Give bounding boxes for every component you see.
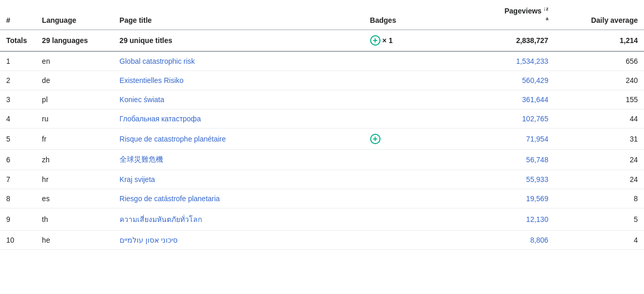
badge-icon: +	[370, 134, 380, 144]
row-num: 10	[0, 231, 36, 250]
row-daily-average: 8	[554, 189, 644, 208]
table-row: 9thความเสี่ยงมหันตภัยทั่วโลก12,1305	[0, 208, 644, 231]
row-badges	[364, 71, 459, 90]
row-num: 1	[0, 51, 36, 71]
row-pageviews: 1,534,233	[459, 51, 554, 71]
col-header-badges: Badges	[364, 0, 459, 30]
row-badges	[364, 150, 459, 170]
row-num: 3	[0, 90, 36, 109]
page-title-link[interactable]: Risque de catastrophe planétaire	[120, 135, 226, 143]
row-badges	[364, 231, 459, 250]
row-title[interactable]: Global catastrophic risk	[113, 51, 364, 71]
page-title-link[interactable]: Riesgo de catástrofe planetaria	[120, 194, 220, 203]
row-language: zh	[36, 150, 113, 170]
row-language: he	[36, 231, 113, 250]
row-title[interactable]: 全球災難危機	[113, 150, 364, 170]
page-title-link[interactable]: Koniec świata	[120, 95, 164, 104]
row-daily-average: 24	[554, 170, 644, 189]
row-pageviews: 361,644	[459, 90, 554, 109]
row-num: 6	[0, 150, 36, 170]
row-pageviews: 19,569	[459, 189, 554, 208]
row-badges	[364, 208, 459, 231]
table-row: 8esRiesgo de catástrofe planetaria19,569…	[0, 189, 644, 208]
row-pageviews: 102,765	[459, 109, 554, 129]
row-pageviews: 71,954	[459, 129, 554, 150]
totals-titles: 29 unique titles	[113, 30, 364, 52]
row-pageviews: 56,748	[459, 150, 554, 170]
totals-languages: 29 languages	[36, 30, 113, 52]
row-title[interactable]: Risque de catastrophe planétaire	[113, 129, 364, 150]
table-row: 4ruГлобальная катастрофа102,76544	[0, 109, 644, 129]
badge-count: × 1	[383, 36, 393, 45]
page-title-link[interactable]: 全球災難危機	[120, 155, 163, 163]
table-row: 5frRisque de catastrophe planétaire+71,9…	[0, 129, 644, 150]
col-header-pageviews[interactable]: Pageviews ↓za	[459, 0, 554, 30]
badge-plus-icon: +	[370, 35, 380, 46]
row-badges	[364, 51, 459, 71]
row-language: en	[36, 51, 113, 71]
totals-badges: + × 1	[364, 30, 459, 52]
table-row: 1enGlobal catastrophic risk1,534,233656	[0, 51, 644, 71]
totals-daily-average: 1,214	[554, 30, 644, 52]
table-row: 7hrKraj svijeta55,93324	[0, 170, 644, 189]
row-language: es	[36, 189, 113, 208]
page-title-link[interactable]: Existentielles Risiko	[120, 76, 184, 85]
page-title-link[interactable]: ความเสี่ยงมหันตภัยทั่วโลก	[120, 215, 202, 223]
row-title[interactable]: Глобальная катастрофа	[113, 109, 364, 129]
col-header-daily-average: Daily average	[554, 0, 644, 30]
table-header-row: # Language Page title Badges Pageviews ↓…	[0, 0, 644, 30]
row-badges	[364, 109, 459, 129]
row-language: th	[36, 208, 113, 231]
row-title[interactable]: סיכוני אסון עולמיים	[113, 231, 364, 250]
page-title-link[interactable]: Global catastrophic risk	[120, 57, 195, 65]
row-title[interactable]: Riesgo de catástrofe planetaria	[113, 189, 364, 208]
row-num: 4	[0, 109, 36, 129]
col-header-language: Language	[36, 0, 113, 30]
table-row: 6zh全球災難危機56,74824	[0, 150, 644, 170]
row-daily-average: 24	[554, 150, 644, 170]
page-title-link[interactable]: Глобальная катастрофа	[120, 115, 201, 123]
row-badges	[364, 90, 459, 109]
table-row: 10heסיכוני אסון עולמיים8,8064	[0, 231, 644, 250]
row-daily-average: 656	[554, 51, 644, 71]
row-daily-average: 155	[554, 90, 644, 109]
row-daily-average: 5	[554, 208, 644, 231]
page-title-link[interactable]: סיכוני אסון עולמיים	[120, 236, 178, 244]
row-daily-average: 240	[554, 71, 644, 90]
row-num: 8	[0, 189, 36, 208]
row-badges	[364, 189, 459, 208]
table-row: 2deExistentielles Risiko560,429240	[0, 71, 644, 90]
row-badges: +	[364, 129, 459, 150]
data-table: # Language Page title Badges Pageviews ↓…	[0, 0, 644, 250]
totals-label: Totals	[0, 30, 36, 52]
totals-pageviews: 2,838,727	[459, 30, 554, 52]
row-pageviews: 55,933	[459, 170, 554, 189]
totals-row: Totals 29 languages 29 unique titles + ×…	[0, 30, 644, 52]
page-title-link[interactable]: Kraj svijeta	[120, 175, 155, 184]
row-language: fr	[36, 129, 113, 150]
row-num: 9	[0, 208, 36, 231]
row-num: 2	[0, 71, 36, 90]
badge-container: + × 1	[370, 35, 453, 46]
row-pageviews: 8,806	[459, 231, 554, 250]
row-title[interactable]: Existentielles Risiko	[113, 71, 364, 90]
row-language: hr	[36, 170, 113, 189]
row-pageviews: 560,429	[459, 71, 554, 90]
row-daily-average: 44	[554, 109, 644, 129]
row-title[interactable]: Koniec świata	[113, 90, 364, 109]
row-language: pl	[36, 90, 113, 109]
row-language: ru	[36, 109, 113, 129]
row-language: de	[36, 71, 113, 90]
row-num: 7	[0, 170, 36, 189]
col-header-page-title: Page title	[113, 0, 364, 30]
row-badges	[364, 170, 459, 189]
row-title[interactable]: Kraj svijeta	[113, 170, 364, 189]
row-daily-average: 4	[554, 231, 644, 250]
row-title[interactable]: ความเสี่ยงมหันตภัยทั่วโลก	[113, 208, 364, 231]
col-header-num: #	[0, 0, 36, 30]
row-num: 5	[0, 129, 36, 150]
row-daily-average: 31	[554, 129, 644, 150]
sort-icon: ↓za	[541, 5, 548, 21]
table-row: 3plKoniec świata361,644155	[0, 90, 644, 109]
row-pageviews: 12,130	[459, 208, 554, 231]
